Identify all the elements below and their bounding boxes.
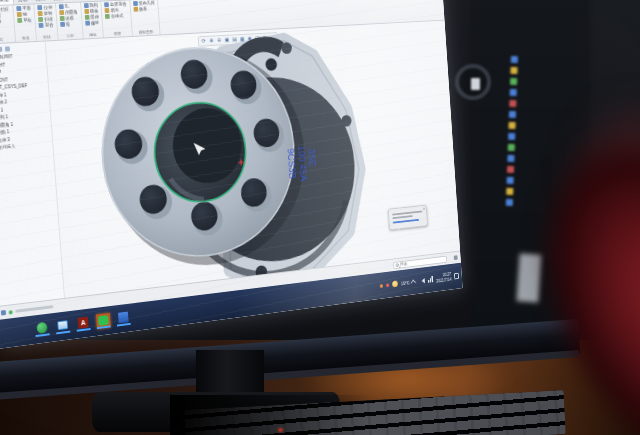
taskbar-app-chat[interactable] [96, 313, 111, 329]
status-message [15, 305, 53, 313]
regeneration-ok-icon [9, 310, 13, 314]
taskbar-app-autocad[interactable]: A [76, 315, 91, 331]
notification-center-icon[interactable] [454, 273, 459, 280]
offset-icon [85, 21, 90, 26]
ribbon-group-datum: 平面 轴 草绘 基准 [13, 4, 37, 42]
ribbon-item[interactable]: 草绘 [17, 17, 32, 23]
taskbar-app-green[interactable] [35, 321, 50, 337]
keyboard-led [278, 428, 283, 432]
graphics-area[interactable]: ⟳ ⊕ ⊖ ▣ ▤ ▦ ◉ ◫ ✎ ⊙ [46, 21, 461, 298]
weather-sun-icon[interactable] [392, 280, 398, 287]
tray-date: 2021/7/14 [436, 277, 451, 284]
ribbon-group-model-intent: 发布几何 族表 模型意图 [130, 0, 161, 36]
blue-app-icon [118, 312, 129, 324]
rib-icon [60, 22, 65, 27]
ribbon-item[interactable]: 阵列 [83, 3, 98, 8]
hole-icon [58, 4, 63, 9]
publish-geometry-icon [133, 1, 138, 6]
taskbar-app-file-explorer[interactable] [55, 318, 70, 334]
freestyle-icon [105, 14, 110, 19]
round-icon [59, 10, 64, 15]
ribbon-item[interactable]: 扫描 [38, 16, 53, 22]
photo-of-workstation: 4SC23N (活动的) - Creo Parametric –▢× 文件 模型… [0, 0, 640, 435]
ribbon-group-engineering: 孔 倒圆角 拔模 筋 工程 [55, 2, 83, 39]
ribbon-group-shapes: 拉伸 旋转 扫描 混合 形状 [34, 4, 58, 41]
ribbon-item[interactable]: 拔模 [59, 15, 78, 21]
network-icon[interactable] [428, 276, 433, 283]
ribbon-item[interactable]: 自由式 [105, 13, 128, 19]
monitor-screen: 4SC23N (活动的) - Creo Parametric –▢× 文件 模型… [0, 0, 463, 349]
background-dial-object [455, 64, 491, 100]
svg-text:3SE: 3SE [307, 148, 317, 167]
model-status-icon [1, 310, 6, 316]
ribbon-item[interactable]: 轴 [16, 12, 31, 18]
blend-icon [39, 23, 44, 28]
ribbon-item[interactable]: 偏移 [85, 20, 100, 26]
tray-app-icon[interactable] [380, 284, 383, 288]
clock[interactable]: 16:27 2021/7/14 [436, 272, 452, 284]
close-icon[interactable]: × [423, 206, 426, 212]
filter-icon[interactable] [454, 255, 458, 260]
autocad-icon: A [78, 317, 89, 329]
keyboard-shadow [170, 395, 370, 435]
ribbon-item[interactable]: 镜像 [84, 9, 99, 15]
ribbon-item[interactable]: 平面 [16, 6, 31, 12]
extend-icon [84, 15, 89, 20]
file-explorer-icon [57, 320, 68, 330]
ribbon-item[interactable]: 收缩包络 [0, 18, 10, 24]
popup-link[interactable] [393, 218, 419, 223]
ribbon-item[interactable]: 混合 [39, 22, 54, 28]
tray-expand-icon[interactable] [411, 280, 416, 286]
tree-settings-icon[interactable] [5, 46, 10, 51]
ribbon-item[interactable]: 族表 [133, 6, 155, 12]
ribbon-group-editing: 阵列 镜像 延伸 偏移 编辑 [81, 2, 104, 39]
sweep-icon [38, 17, 43, 22]
family-table-icon [133, 7, 138, 12]
mirror-icon [84, 9, 89, 14]
tree-filter-icon[interactable] [0, 46, 2, 51]
ribbon-item[interactable]: 拉伸 [37, 5, 52, 11]
draft-icon [59, 16, 64, 21]
green-app-icon [36, 322, 47, 334]
search-icon [396, 263, 399, 267]
sketch-icon [17, 18, 22, 23]
fill-icon [104, 8, 109, 13]
taskbar-app-blue[interactable] [116, 310, 131, 326]
tray-app-icon[interactable] [386, 283, 389, 287]
ribbon-item[interactable]: 孔 [58, 4, 77, 10]
ribbon-group-surfaces: 边界混合 填充 自由式 曲面 [101, 0, 132, 37]
notification-popup[interactable]: × [388, 205, 428, 230]
ribbon-item[interactable]: 筋 [60, 21, 79, 27]
extrude-icon [37, 5, 42, 10]
plane-icon [16, 6, 21, 11]
ribbon-item[interactable]: 延伸 [84, 14, 99, 20]
chat-app-icon [98, 315, 109, 326]
boundary-blend-icon [104, 2, 109, 7]
volume-icon[interactable] [420, 277, 426, 283]
pattern-icon [83, 3, 88, 8]
ribbon-item[interactable]: 旋转 [38, 11, 53, 17]
ribbon-item[interactable]: 倒圆角 [59, 9, 78, 15]
weather-temperature[interactable]: 19°C [401, 279, 410, 285]
axis-icon [16, 12, 21, 17]
popup-text-line [392, 215, 412, 219]
revolve-icon [38, 11, 43, 16]
